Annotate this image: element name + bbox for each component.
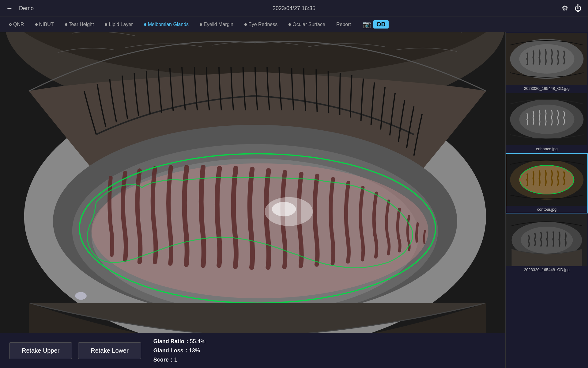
qnr-dot	[9, 23, 12, 26]
thumbnail-3[interactable]: contour.jpg	[506, 153, 588, 213]
app-header: ← Demo 2023/04/27 16:35 ⚙ ⏻	[0, 0, 588, 17]
settings-icon[interactable]: ⚙	[562, 4, 568, 13]
tab-eyelid-margin[interactable]: Eyelid Margin	[197, 20, 236, 29]
retake-upper-button[interactable]: Retake Upper	[9, 342, 72, 359]
lipid-layer-label: Lipid Layer	[109, 22, 133, 27]
gland-ratio-value: 55.4%	[190, 338, 205, 344]
retake-lower-button[interactable]: Retake Lower	[78, 342, 141, 359]
tab-ocular-surface[interactable]: Ocular Surface	[285, 20, 328, 29]
gland-loss-value: 13%	[189, 347, 200, 354]
thumbnail-4[interactable]: 2023320_165448_OD.jpg	[506, 213, 588, 274]
tear-height-dot	[65, 23, 67, 26]
image-area: Retake Upper Retake Lower Gland Ratio：55…	[0, 32, 505, 368]
thumbnail-2[interactable]: enhance.jpg	[506, 93, 588, 153]
tab-meibomian-glands[interactable]: Meibomian Glands	[141, 20, 192, 29]
score-row: Score：1	[153, 356, 205, 363]
score-label: Score：	[153, 357, 174, 363]
thumb4-label: 2023320_165448_OD.jpg	[506, 266, 587, 273]
gland-loss-row: Gland Loss：13%	[153, 347, 205, 354]
back-button[interactable]: ←	[6, 4, 13, 12]
thumb3-label: contour.jpg	[506, 206, 587, 213]
main-eye-image	[0, 32, 505, 333]
thumb3-image	[506, 154, 587, 206]
nav-tabs: QNR NIBUT Tear Height Lipid Layer Meibom…	[0, 17, 588, 32]
thumbnail-1[interactable]: 2023320_165448_OD.jpg	[506, 32, 588, 93]
ocular-surface-label: Ocular Surface	[292, 22, 325, 27]
right-panel: 2023320_165448_OD.jpg	[505, 32, 588, 368]
svg-point-8	[92, 163, 428, 298]
thumb2-image	[506, 93, 587, 145]
tab-tear-height[interactable]: Tear Height	[62, 20, 97, 29]
tab-nibut[interactable]: NIBUT	[32, 20, 57, 29]
meibomian-label: Meibomian Glands	[148, 22, 189, 27]
eyelid-margin-label: Eyelid Margin	[204, 22, 233, 27]
score-value: 1	[174, 357, 177, 363]
gland-loss-label: Gland Loss：	[153, 347, 189, 354]
gland-ratio-label: Gland Ratio：	[153, 338, 190, 344]
eyelid-margin-dot	[200, 23, 202, 26]
stats-area: Gland Ratio：55.4% Gland Loss：13% Score：1	[153, 338, 205, 363]
svg-point-11	[272, 202, 296, 216]
report-label: Report	[336, 22, 351, 27]
qnr-label: QNR	[13, 22, 24, 27]
eye-redness-dot	[244, 23, 247, 26]
lipid-layer-dot	[105, 23, 107, 26]
eye-redness-label: Eye Redness	[248, 22, 277, 27]
camera-icon[interactable]: 📷	[363, 21, 371, 29]
tear-height-label: Tear Height	[69, 22, 94, 27]
meibomian-dot	[144, 23, 146, 26]
gland-ratio-row: Gland Ratio：55.4%	[153, 338, 205, 345]
thumb1-label: 2023320_165448_OD.jpg	[506, 85, 587, 92]
main-image-container	[0, 32, 505, 333]
power-icon[interactable]: ⏻	[575, 4, 582, 13]
nibut-label: NIBUT	[39, 22, 54, 27]
tab-qnr[interactable]: QNR	[6, 20, 27, 29]
nibut-dot	[35, 23, 38, 26]
od-badge[interactable]: OD	[373, 20, 389, 29]
main-content: Retake Upper Retake Lower Gland Ratio：55…	[0, 32, 588, 368]
bottom-controls: Retake Upper Retake Lower Gland Ratio：55…	[0, 333, 505, 368]
tab-lipid-layer[interactable]: Lipid Layer	[102, 20, 136, 29]
demo-label: Demo	[19, 5, 34, 12]
ocular-surface-dot	[288, 23, 291, 26]
header-icons: ⚙ ⏻	[562, 4, 582, 13]
thumb4-image	[506, 214, 587, 266]
tab-eye-redness[interactable]: Eye Redness	[241, 20, 281, 29]
tab-report[interactable]: Report	[333, 20, 354, 29]
thumb2-label: enhance.jpg	[506, 145, 587, 152]
svg-point-18	[519, 105, 575, 134]
svg-point-12	[75, 292, 87, 300]
thumb1-image	[506, 33, 587, 85]
datetime-label: 2023/04/27 16:35	[273, 5, 315, 12]
